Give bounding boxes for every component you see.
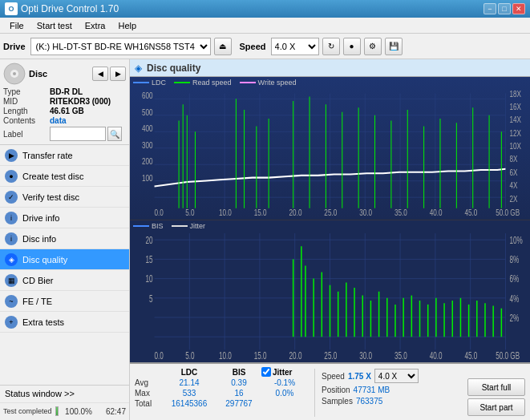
max-jitter: 0.0% [261, 389, 308, 398]
svg-text:20: 20 [145, 234, 152, 245]
verify-test-icon: ✓ [5, 191, 18, 204]
menu-help[interactable]: Help [111, 19, 143, 32]
ldc-chart: LDC Read speed Write speed [130, 77, 530, 220]
svg-text:25.0: 25.0 [324, 208, 337, 217]
svg-text:5.0: 5.0 [185, 208, 194, 217]
stats-divider [314, 369, 315, 417]
svg-text:300: 300 [142, 140, 153, 150]
total-ldc: 16145366 [162, 399, 216, 408]
svg-text:20.0: 20.0 [289, 349, 302, 360]
legend-read-speed: Read speed [174, 79, 232, 87]
legend-ldc-color [133, 82, 149, 83]
svg-text:50.0 GB: 50.0 GB [496, 349, 520, 360]
disc-length-field: Length 46.61 GB [3, 107, 126, 115]
app-title: Opti Drive Control 1.70 [21, 3, 483, 14]
legend-bis-color [133, 225, 149, 227]
svg-text:200: 200 [142, 156, 153, 166]
disc-prev-button[interactable]: ◀ [92, 67, 108, 81]
burn-button[interactable]: ● [343, 38, 361, 55]
legend-write-color [240, 82, 256, 83]
svg-point-2 [13, 72, 16, 75]
svg-text:5.0: 5.0 [185, 349, 194, 360]
nav-transfer-rate[interactable]: ▶ Transfer rate [0, 145, 129, 166]
disc-label-row: Label 🔍 [3, 127, 126, 141]
nav-create-test-disc[interactable]: ● Create test disc [0, 166, 129, 187]
settings-button[interactable]: ⚙ [364, 38, 382, 55]
disc-contents-field: Contents data [3, 116, 126, 125]
transfer-rate-icon: ▶ [5, 149, 18, 162]
drive-select[interactable]: (K:) HL-DT-ST BD-RE WH16NS58 TST4 [30, 38, 211, 55]
speed-row: Speed 1.75 X 4.0 X [322, 369, 419, 383]
stats-columns: LDC BIS Jitter Avg 21.14 0.39 -0.1% [135, 367, 308, 408]
cd-bier-icon: ▦ [5, 274, 18, 287]
disc-type-field: Type BD-R DL [3, 87, 126, 96]
nav-disc-info[interactable]: i Disc info [0, 228, 129, 249]
bis-chart: BIS Jitter [130, 220, 530, 363]
right-panel: ◈ Disc quality LDC Read speed [130, 59, 530, 420]
svg-text:6%: 6% [510, 273, 520, 284]
position-row: Position 47731 MB [322, 386, 419, 394]
start-part-button[interactable]: Start part [467, 398, 525, 416]
svg-text:18X: 18X [510, 88, 522, 98]
avg-row: Avg 21.14 0.39 -0.1% [135, 378, 308, 387]
refresh-button[interactable]: ↻ [322, 38, 340, 55]
svg-text:45.0: 45.0 [465, 208, 478, 217]
bottom-stats: LDC BIS Jitter Avg 21.14 0.39 -0.1% [130, 362, 530, 420]
maximize-button[interactable]: □ [498, 3, 511, 14]
create-test-icon: ● [5, 170, 18, 183]
speed-info-label: Speed [322, 372, 345, 381]
right-stats: Speed 1.75 X 4.0 X Position 47731 MB Sam… [322, 367, 419, 406]
menu-start-test[interactable]: Start test [30, 19, 79, 32]
nav-items: ▶ Transfer rate ● Create test disc ✓ Ver… [0, 145, 129, 385]
nav-verify-test-disc[interactable]: ✓ Verify test disc [0, 187, 129, 208]
svg-text:15.0: 15.0 [254, 208, 267, 217]
speed-select[interactable]: 4.0 X [271, 38, 319, 55]
chart-header: ◈ Disc quality [130, 59, 530, 77]
bis-header: BIS [220, 368, 258, 377]
samples-value: 763375 [356, 397, 382, 406]
minimize-button[interactable]: − [483, 3, 496, 14]
sidebar: Disc ◀ ▶ Type BD-R DL MID RITEKDR3 (000)… [0, 59, 130, 420]
save-button[interactable]: 💾 [385, 38, 403, 55]
svg-text:12X: 12X [510, 128, 522, 138]
speed-dropdown[interactable]: 4.0 X [374, 369, 419, 383]
legend-jitter: Jitter [172, 222, 206, 230]
samples-label: Samples [322, 397, 353, 406]
position-value: 47731 MB [354, 386, 390, 394]
svg-text:0.0: 0.0 [155, 349, 164, 360]
jitter-label: Jitter [273, 368, 292, 377]
legend-jitter-color [172, 225, 188, 227]
svg-text:10.0: 10.0 [219, 349, 232, 360]
menu-file[interactable]: File [3, 19, 30, 32]
status-window-button[interactable]: Status window >> [0, 386, 129, 403]
svg-text:25.0: 25.0 [324, 349, 337, 360]
nav-drive-info[interactable]: i Drive info [0, 208, 129, 228]
svg-text:10%: 10% [510, 234, 524, 245]
svg-text:500: 500 [142, 107, 153, 117]
disc-contents-value[interactable]: data [50, 116, 67, 125]
nav-disc-quality[interactable]: ◈ Disc quality [0, 249, 129, 270]
start-full-button[interactable]: Start full [467, 378, 525, 396]
disc-type-value: BD-R DL [50, 87, 83, 96]
svg-text:4%: 4% [510, 292, 520, 303]
svg-text:4X: 4X [510, 180, 518, 190]
action-buttons: Start full Start part [467, 367, 525, 416]
close-button[interactable]: ✕ [512, 3, 525, 14]
chart-title: Disc quality [147, 63, 200, 74]
menu-extra[interactable]: Extra [79, 19, 112, 32]
nav-fe-te[interactable]: ~ FE / TE [0, 291, 129, 312]
eject-button[interactable]: ⏏ [214, 38, 232, 55]
nav-cd-bier[interactable]: ▦ CD Bier [0, 270, 129, 291]
svg-text:40.0: 40.0 [430, 349, 443, 360]
fe-te-icon: ~ [5, 295, 18, 308]
disc-next-button[interactable]: ▶ [110, 67, 126, 81]
total-bis: 297767 [220, 399, 258, 408]
jitter-checkbox[interactable] [261, 367, 271, 377]
svg-text:10X: 10X [510, 141, 522, 151]
disc-panel: Disc ◀ ▶ Type BD-R DL MID RITEKDR3 (000)… [0, 59, 129, 145]
nav-extra-tests[interactable]: + Extra tests [0, 312, 129, 333]
disc-label-input[interactable] [50, 127, 106, 141]
disc-label-button[interactable]: 🔍 [107, 127, 122, 141]
svg-text:2%: 2% [510, 311, 520, 322]
titlebar: O Opti Drive Control 1.70 − □ ✕ [0, 0, 530, 18]
